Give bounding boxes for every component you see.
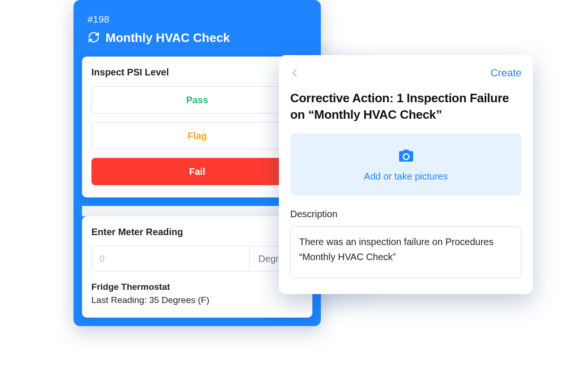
corrective-topbar: Create <box>290 66 522 80</box>
work-order-header: #198 Monthly HVAC Check <box>74 0 321 57</box>
pass-button[interactable]: Pass <box>91 86 303 114</box>
add-photo-label: Add or take pictures <box>364 171 448 182</box>
create-button[interactable]: Create <box>490 67 522 79</box>
corrective-action-card: Create Corrective Action: 1 Inspection F… <box>279 55 533 294</box>
corrective-title: Corrective Action: 1 Inspection Failure … <box>290 90 522 123</box>
add-photo-area[interactable]: Add or take pictures <box>290 133 522 196</box>
inspect-title: Inspect PSI Level <box>91 67 303 78</box>
description-input[interactable] <box>290 226 522 278</box>
inspect-section: Inspect PSI Level Pass Flag Fail <box>82 57 312 197</box>
meter-input[interactable] <box>92 246 249 271</box>
meter-title: Enter Meter Reading <box>91 227 303 238</box>
work-order-id: #198 <box>88 14 307 25</box>
refresh-icon <box>88 31 100 45</box>
flag-button[interactable]: Flag <box>91 122 303 149</box>
description-label: Description <box>290 209 522 220</box>
work-order-title: Monthly HVAC Check <box>106 31 230 45</box>
meter-last-reading: Last Reading: 35 Degrees (F) <box>91 295 303 305</box>
camera-icon <box>398 148 415 166</box>
meter-device-name: Fridge Thermostat <box>91 282 303 292</box>
meter-input-row: Degrees <box>91 246 303 271</box>
back-icon[interactable] <box>290 66 300 80</box>
fail-button[interactable]: Fail <box>91 158 303 185</box>
section-divider <box>82 206 312 216</box>
meter-section: Enter Meter Reading Degrees Fridge Therm… <box>82 216 312 318</box>
